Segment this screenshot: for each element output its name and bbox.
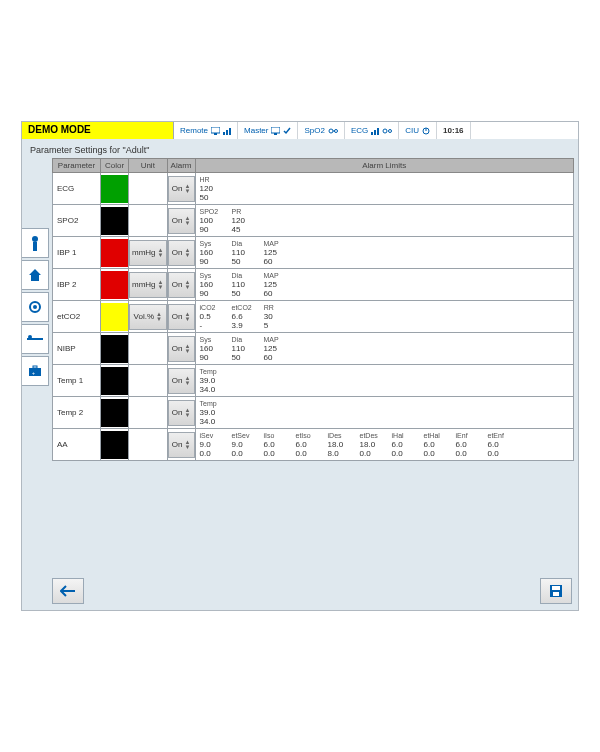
alarm-limits-cell[interactable]: SPO210090PR12045	[195, 205, 573, 237]
demo-mode-banner: DEMO MODE	[22, 122, 174, 139]
status-ecg[interactable]: ECG	[345, 122, 399, 139]
alarm-select[interactable]: On▲▼	[168, 368, 195, 394]
status-ciu[interactable]: CIU	[399, 122, 437, 139]
limit-low: 50	[232, 353, 252, 362]
color-swatch[interactable]	[101, 397, 129, 429]
limit-low: 90	[200, 257, 220, 266]
status-spo2[interactable]: SpO2	[298, 122, 344, 139]
unit-select[interactable]: mmHg▲▼	[129, 240, 167, 266]
limit-high: 120	[200, 184, 220, 193]
alarm-cell[interactable]: On▲▼	[167, 269, 195, 301]
limit-column: etIso6.00.0	[296, 431, 316, 458]
table-row: IBP 1mmHg▲▼On▲▼Sys16090Dia11050MAP12560	[53, 237, 574, 269]
alarm-limits-cell[interactable]: Temp39.034.0	[195, 365, 573, 397]
chevron-updown-icon: ▲▼	[158, 280, 164, 290]
alarm-cell[interactable]: On▲▼	[167, 173, 195, 205]
alarm-cell[interactable]: On▲▼	[167, 429, 195, 461]
trend-button[interactable]	[22, 324, 49, 354]
limit-high: 0.5	[200, 312, 220, 321]
unit-cell[interactable]: Vol.%▲▼	[129, 301, 168, 333]
alarm-select[interactable]: On▲▼	[168, 304, 195, 330]
color-swatch[interactable]	[101, 365, 129, 397]
param-name: SPO2	[53, 205, 101, 237]
limit-high: 6.0	[456, 440, 476, 449]
limit-column: Dia11050	[232, 271, 252, 298]
alarm-select[interactable]: On▲▼	[168, 272, 195, 298]
alarm-limits-cell[interactable]: Temp39.034.0	[195, 397, 573, 429]
alarm-limits-cell[interactable]: Sys16090Dia11050MAP12560	[195, 237, 573, 269]
alarm-value: On	[172, 440, 183, 449]
color-swatch[interactable]	[101, 237, 129, 269]
limit-high: 100	[200, 216, 220, 225]
unit-cell[interactable]: mmHg▲▼	[129, 269, 168, 301]
app-frame: DEMO MODE Remote Master SpO2 ECG	[21, 121, 579, 611]
limit-high: 39.0	[200, 408, 220, 417]
tools-button[interactable]: +	[22, 356, 49, 386]
color-swatch[interactable]	[101, 301, 129, 333]
color-swatch[interactable]	[101, 269, 129, 301]
alarm-select[interactable]: On▲▼	[168, 432, 195, 458]
limit-header: iHal	[392, 431, 412, 440]
status-ecg-label: ECG	[351, 126, 368, 135]
alarm-cell[interactable]: On▲▼	[167, 205, 195, 237]
alarm-cell[interactable]: On▲▼	[167, 365, 195, 397]
table-row: IBP 2mmHg▲▼On▲▼Sys16090Dia11050MAP12560	[53, 269, 574, 301]
alarm-limits-cell[interactable]: iCO20.5-etCO26.63.9RR305	[195, 301, 573, 333]
limit-column: SPO210090	[200, 207, 220, 234]
limit-header: HR	[200, 175, 220, 184]
unit-value: Vol.%	[134, 312, 154, 321]
color-swatch[interactable]	[101, 429, 129, 461]
limit-column: Sys16090	[200, 271, 220, 298]
alarm-value: On	[172, 184, 183, 193]
alarm-cell[interactable]: On▲▼	[167, 237, 195, 269]
color-swatch[interactable]	[101, 173, 129, 205]
limit-column: MAP12560	[264, 335, 284, 362]
param-name: Temp 2	[53, 397, 101, 429]
status-spo2-label: SpO2	[304, 126, 324, 135]
alarm-value: On	[172, 344, 183, 353]
save-button[interactable]	[540, 578, 572, 604]
limit-low: 50	[232, 257, 252, 266]
patient-button[interactable]	[22, 228, 49, 258]
limit-high: 110	[232, 344, 252, 353]
alarm-value: On	[172, 248, 183, 257]
parameter-table: Parameter Color Unit Alarm Alarm Limits …	[52, 158, 574, 461]
limit-header: iCO2	[200, 303, 220, 312]
color-swatch[interactable]	[101, 205, 129, 237]
limit-header: iEnf	[456, 431, 476, 440]
limit-low: 0.0	[456, 449, 476, 458]
back-button[interactable]	[52, 578, 84, 604]
unit-cell[interactable]: mmHg▲▼	[129, 237, 168, 269]
alarm-limits-cell[interactable]: iSev9.00.0etSev9.00.0iIso6.00.0etIso6.00…	[195, 429, 573, 461]
table-row: NIBPOn▲▼Sys16090Dia11050MAP12560	[53, 333, 574, 365]
svg-point-17	[32, 236, 38, 242]
alarm-select[interactable]: On▲▼	[168, 400, 195, 426]
limit-column: Sys16090	[200, 239, 220, 266]
alarm-limits-cell[interactable]: HR12050	[195, 173, 573, 205]
alarm-select[interactable]: On▲▼	[168, 336, 195, 362]
alarm-select[interactable]: On▲▼	[168, 208, 195, 234]
unit-select[interactable]: Vol.%▲▼	[129, 304, 167, 330]
alarm-select[interactable]: On▲▼	[168, 176, 195, 202]
limit-high: 110	[232, 280, 252, 289]
limit-low: 0.0	[424, 449, 444, 458]
home-button[interactable]	[22, 260, 49, 290]
color-swatch[interactable]	[101, 333, 129, 365]
limit-header: Sys	[200, 271, 220, 280]
alarm-select[interactable]: On▲▼	[168, 240, 195, 266]
status-master[interactable]: Master	[238, 122, 298, 139]
status-remote-label: Remote	[180, 126, 208, 135]
settings-button[interactable]	[22, 292, 49, 322]
alarm-limits-cell[interactable]: Sys16090Dia11050MAP12560	[195, 333, 573, 365]
alarm-cell[interactable]: On▲▼	[167, 301, 195, 333]
alarm-cell[interactable]: On▲▼	[167, 397, 195, 429]
limit-header: Temp	[200, 367, 220, 376]
status-remote[interactable]: Remote	[174, 122, 238, 139]
unit-select[interactable]: mmHg▲▼	[129, 272, 167, 298]
alarm-value: On	[172, 280, 183, 289]
svg-point-20	[33, 305, 37, 309]
alarm-cell[interactable]: On▲▼	[167, 333, 195, 365]
svg-rect-5	[271, 127, 280, 133]
alarm-limits-cell[interactable]: Sys16090Dia11050MAP12560	[195, 269, 573, 301]
limit-high: 110	[232, 248, 252, 257]
